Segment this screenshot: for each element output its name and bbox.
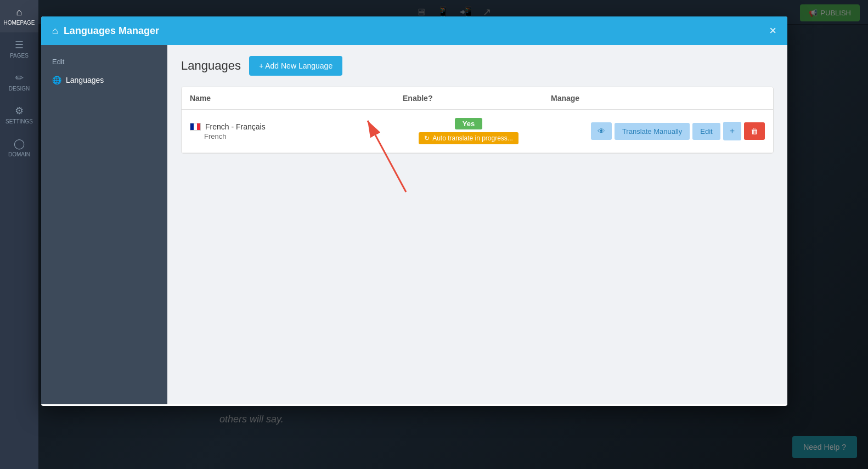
- modal-sidebar: Edit 🌐 Languages: [41, 45, 167, 404]
- modal-sidebar-languages[interactable]: 🌐 Languages: [41, 70, 167, 90]
- svg-line-1: [368, 121, 406, 192]
- sidebar-item-label: SETTINGS: [5, 118, 33, 125]
- table-header: Name Enable? Manage: [182, 87, 773, 110]
- left-sidebar: ⌂ HOMEPAGE ☰ PAGES ✏ DESIGN ⚙ SETTINGS ◯…: [0, 0, 38, 469]
- add-new-language-button[interactable]: + Add New Language: [249, 56, 342, 76]
- col-enable: Enable?: [394, 87, 543, 109]
- sidebar-item-settings[interactable]: ⚙ SETTINGS: [0, 98, 38, 131]
- arrow-annotation: [351, 115, 461, 203]
- home-icon: ⌂: [52, 25, 58, 37]
- content-header: Languages + Add New Language: [181, 56, 774, 76]
- eye-icon: 👁: [598, 127, 605, 135]
- languages-manager-modal: ⌂ Languages Manager × Edit 🌐 Languages L…: [41, 16, 787, 406]
- modal-overlay: ⌂ Languages Manager × Edit 🌐 Languages L…: [38, 0, 868, 469]
- sidebar-item-label: PAGES: [10, 53, 29, 59]
- sidebar-item-design[interactable]: ✏ DESIGN: [0, 65, 38, 98]
- languages-table: Name Enable? Manage: [181, 87, 774, 154]
- delete-language-button[interactable]: 🗑: [744, 122, 765, 140]
- modal-body: Edit 🌐 Languages Languages + Add New Lan…: [41, 45, 787, 404]
- add-button[interactable]: +: [723, 122, 741, 140]
- sidebar-item-label: DOMAIN: [8, 151, 30, 157]
- delete-icon: 🗑: [751, 127, 758, 135]
- modal-sidebar-edit[interactable]: Edit: [41, 53, 167, 70]
- pages-icon: ☰: [15, 39, 24, 51]
- page-title: Languages: [181, 59, 241, 73]
- sidebar-item-homepage[interactable]: ⌂ HOMEPAGE: [0, 0, 38, 32]
- design-icon: ✏: [15, 72, 24, 84]
- modal-title: ⌂ Languages Manager: [52, 25, 159, 37]
- edit-language-button[interactable]: Edit: [692, 123, 720, 140]
- sidebar-item-domain[interactable]: ◯ DOMAIN: [0, 131, 38, 164]
- settings-icon: ⚙: [15, 105, 24, 117]
- sidebar-item-label: DESIGN: [9, 86, 30, 92]
- sidebar-item-label: HOMEPAGE: [3, 20, 35, 26]
- domain-icon: ◯: [14, 138, 25, 150]
- home-icon: ⌂: [16, 7, 22, 18]
- modal-header: ⌂ Languages Manager ×: [41, 16, 787, 45]
- col-manage: Manage: [543, 87, 773, 109]
- language-primary-name: French - Français: [205, 122, 266, 131]
- modal-close-button[interactable]: ×: [769, 25, 776, 37]
- translate-manually-button[interactable]: Translate Manually: [615, 123, 690, 140]
- col-name: Name: [182, 87, 394, 109]
- french-flag: [190, 123, 201, 131]
- languages-icon: 🌐: [52, 76, 61, 84]
- modal-content-area: Languages + Add New Language Name Enable…: [167, 45, 787, 404]
- table-row: French - Français French Yes ↻ Auto tran…: [182, 110, 773, 153]
- language-manage-cell: 👁 Translate Manually Edit + 🗑: [543, 114, 773, 149]
- preview-button[interactable]: 👁: [591, 122, 612, 140]
- sidebar-item-pages[interactable]: ☰ PAGES: [0, 32, 38, 65]
